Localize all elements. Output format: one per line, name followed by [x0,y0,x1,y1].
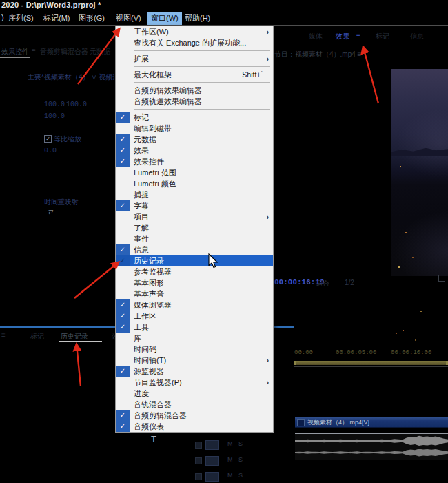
track-solo-button[interactable]: S [238,440,243,447]
panel-menu-icon[interactable]: ≡ [356,32,360,39]
waveform-channel-1 [295,436,448,446]
track-lock-icon[interactable] [195,473,202,480]
menu-item-essential-graphics[interactable]: 基本图形 [116,277,273,288]
track-mute-button[interactable]: M [227,456,233,463]
time-remap-label: 时间重映射 [44,197,79,207]
scale-width-value[interactable]: 100.0 [44,112,65,120]
menu-item-tools[interactable]: ✓工具 [116,322,273,333]
audio-clip-waveform[interactable] [295,433,448,460]
menubar-item-window[interactable]: 窗口(W) [147,12,182,25]
menubar-item-view[interactable]: 视图(V) [116,13,141,23]
video-clip[interactable]: 视频素材（4）.mp4[V] [295,417,448,428]
track-solo-button[interactable]: S [238,456,243,463]
track-mute-button[interactable]: M [227,440,233,447]
panel-menu-icon[interactable]: ≡ [1,331,6,339]
menu-item-find-extensions[interactable]: 查找有关 Exchange 的扩展功能... [116,37,273,48]
menu-item-maximize-frame[interactable]: 最大化框架Shift+` [116,69,273,80]
menu-item-timecode[interactable]: 时间码 [116,344,273,355]
tab-metadata[interactable]: 元数据 [90,47,110,57]
menu-separator [116,64,273,69]
menu-item-lumetri-color[interactable]: Lumetri 颜色 [116,178,273,189]
menu-gutter [116,189,130,200]
menu-item-audio-track-mixer[interactable]: 音轨混合器 [116,399,273,410]
menu-gutter [116,167,130,178]
mountain-silhouette [391,146,448,156]
tab-effect-controls[interactable]: 效果控件 [1,47,29,57]
menu-item-edit-to-tape[interactable]: 编辑到磁带 [116,123,273,134]
menu-item-effect-controls[interactable]: ✓效果控件 [116,156,273,167]
menu-item-audio-clip-mixer[interactable]: ✓音频剪辑混合器 [116,410,273,421]
menu-item-label: 捕捉 [130,190,273,200]
menu-item-reference-monitor[interactable]: 参考监视器 [116,266,273,277]
track-solo-button[interactable]: S [238,472,243,479]
checkmark-icon: ✓ [116,322,130,333]
menu-item-captions[interactable]: ✓字幕 [116,200,273,211]
menu-item-label: 工作区(W) [130,27,267,37]
track-lock-icon[interactable] [195,442,202,448]
tab-effects[interactable]: 效果 [336,32,349,41]
menu-item-info[interactable]: ✓信息 [116,244,273,255]
tab-markers-panel[interactable]: 标记 [30,332,44,342]
playback-resolution-dropdown[interactable]: 1/2 [345,279,354,286]
tab-info-right[interactable]: 信息 [410,32,424,41]
work-area-bar[interactable] [294,361,448,365]
menu-item-metadata[interactable]: ✓元数据 [116,134,273,145]
menu-item-capture[interactable]: 捕捉 [116,189,273,200]
menu-item-projects[interactable]: 项目› [116,211,273,222]
track-source-patch[interactable] [205,472,219,482]
scale-x-value[interactable]: 100.0 [44,101,65,108]
tab-media-browser[interactable]: 媒体 [309,32,323,41]
menu-item-program-monitor[interactable]: 节目监视器(P)› [116,377,273,388]
rotation-value[interactable]: 0.0 [44,147,57,155]
menu-item-timelines[interactable]: 时间轴(T)› [116,355,273,366]
menu-item-label: 音频仪表 [130,422,273,432]
menu-gutter [116,399,130,410]
menu-item-workspace-panel[interactable]: ✓工作区 [116,310,273,322]
menu-item-markers-panel[interactable]: ✓标记 [116,112,273,123]
tab-markers-right[interactable]: 标记 [376,32,389,41]
menu-item-lumetri-scopes[interactable]: Lumetri 范围 [116,167,273,178]
menubar-item-help[interactable]: 帮助(H) [185,13,210,23]
menu-item-learn[interactable]: 了解 [116,222,273,233]
track-mute-button[interactable]: M [227,472,233,479]
track-lock-icon[interactable] [195,457,202,464]
checkmark-icon: ✓ [116,421,130,432]
track-source-patch[interactable] [205,456,219,466]
menu-item-extensions[interactable]: 扩展› [116,53,273,64]
menu-item-workspaces[interactable]: 工作区(W)› [116,26,273,37]
menu-item-source-monitor[interactable]: ✓源监视器 [116,366,273,377]
scale-y-value[interactable]: 100.0 [66,101,87,108]
checkmark-icon: ✓ [116,255,130,266]
menu-gutter [116,69,130,80]
uniform-scale-checkbox[interactable]: ✓ [44,135,52,143]
menu-item-audio-meters[interactable]: ✓音频仪表 [116,421,273,432]
menu-item-events[interactable]: 事件 [116,233,273,244]
panel-menu-icon[interactable]: ≡ [32,47,36,55]
tab-audio-clip-mixer[interactable]: 音频剪辑混合器 [40,47,88,57]
menu-gutter [116,277,130,288]
menu-item-progress[interactable]: 进度 [116,388,273,399]
menu-gutter [116,377,130,388]
menubar-item-graphics[interactable]: 图形(G) [79,13,105,23]
menu-item-label: 音频剪辑混合器 [130,411,273,421]
menu-item-essential-sound[interactable]: 基本声音 [116,288,273,299]
menubar-item-markers[interactable]: 标记(M) [43,13,70,23]
tab-history-panel[interactable]: 历史记录 [61,332,88,342]
menu-item-audio-track-effect-editor[interactable]: 音频轨道效果编辑器 [116,96,273,107]
menu-gutter [116,178,130,189]
video-clip-label: 视频素材（4）.mp4[V] [307,418,369,427]
menu-item-media-browser[interactable]: ✓媒体浏览器 [116,299,273,310]
menu-item-effects[interactable]: ✓效果 [116,145,273,156]
menu-item-libraries[interactable]: 库 [116,333,273,344]
menu-item-history[interactable]: ✓历史记录 [116,255,273,266]
settings-wrench-icon[interactable] [438,275,445,282]
menubar-item-clip-cut[interactable]: ) [1,13,4,21]
menu-item-audio-clip-effect-editor[interactable]: 音频剪辑效果编辑器 [116,85,273,96]
menu-gutter [116,266,130,277]
fit-dropdown[interactable]: 适合 [316,279,329,288]
audio-track-row: M S [148,439,294,451]
menu-item-label: 扩展 [130,54,267,64]
menubar-item-sequence[interactable]: 序列(S) [8,13,34,23]
track-source-patch[interactable] [205,440,219,450]
checkmark-icon: ✓ [116,200,130,211]
